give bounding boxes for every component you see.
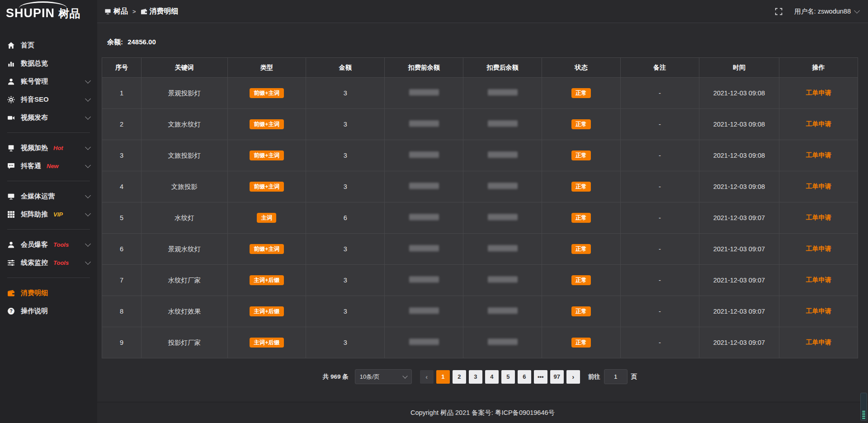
page-buttons: ‹123456•••97› <box>420 370 580 384</box>
sidebar-item-douketong[interactable]: 抖客通New <box>0 157 97 175</box>
redacted-balance <box>409 183 439 189</box>
type-badge: 前缀+主词 <box>250 119 283 130</box>
sidebar-item-label: 线索监控 <box>21 258 48 267</box>
cell-post-balance <box>463 202 542 234</box>
column-header: 时间 <box>699 58 779 78</box>
cell-action: 工单申请 <box>779 140 858 171</box>
cell-post-balance <box>463 78 542 109</box>
chevron-down-icon <box>85 78 91 84</box>
page-button-5[interactable]: 5 <box>501 370 515 384</box>
ticket-apply-link[interactable]: 工单申请 <box>806 151 831 159</box>
status-badge: 正常 <box>571 338 591 348</box>
cell-remark: - <box>620 78 699 109</box>
sidebar-item-data-overview[interactable]: 数据总览 <box>0 54 97 72</box>
sidebar-item-member-burst[interactable]: 会员爆客Tools <box>0 235 97 254</box>
next-page-button[interactable]: › <box>566 370 580 384</box>
cell-status: 正常 <box>542 234 621 265</box>
cell-remark: - <box>620 109 699 140</box>
cell-time: 2021-12-03 09:07 <box>699 234 779 265</box>
column-header: 关键词 <box>141 58 227 78</box>
sidebar-item-label: 矩阵助推 <box>21 210 48 219</box>
page-button-3[interactable]: 3 <box>469 370 482 384</box>
page-button-97[interactable]: 97 <box>550 370 564 384</box>
cell-pre-balance <box>385 202 463 234</box>
cell-status: 正常 <box>542 78 621 109</box>
prev-page-button[interactable]: ‹ <box>420 370 434 384</box>
user-menu[interactable]: 用户名: zswodun88 <box>794 7 859 16</box>
balance-line: 余额: 24856.00 <box>107 38 858 47</box>
sidebar-item-media-operation[interactable]: 全媒体运营 <box>0 187 97 205</box>
chevron-down-icon <box>85 193 91 198</box>
sidebar-item-clue-monitor[interactable]: 线索监控Tools <box>0 254 97 272</box>
page-size-select[interactable]: 10条/页 <box>355 369 412 384</box>
sidebar-item-video-heat[interactable]: 视频加热Hot <box>0 139 97 157</box>
corner-widget[interactable] <box>860 393 867 421</box>
status-badge: 正常 <box>571 119 591 130</box>
cell-remark: - <box>620 234 699 265</box>
ticket-apply-link[interactable]: 工单申请 <box>806 183 831 190</box>
column-header: 类型 <box>227 58 306 78</box>
cell-action: 工单申请 <box>779 202 858 234</box>
sidebar-item-matrix-boost[interactable]: 矩阵助推VIP <box>0 205 97 223</box>
sidebar-item-home[interactable]: 首页 <box>0 36 97 54</box>
cell-amount: 3 <box>306 234 385 265</box>
ticket-apply-link[interactable]: 工单申请 <box>806 120 831 127</box>
sidebar-item-operation-guide[interactable]: ?操作说明 <box>0 302 97 320</box>
breadcrumb: 树品 > 消费明细 <box>104 7 179 16</box>
sidebar-item-consume-detail[interactable]: 消费明细 <box>0 284 97 302</box>
goto-page-input[interactable] <box>604 369 627 384</box>
ticket-apply-link[interactable]: 工单申请 <box>806 245 831 252</box>
cell-post-balance <box>463 109 542 140</box>
cell-amount: 3 <box>306 78 385 109</box>
page-button-4[interactable]: 4 <box>485 370 499 384</box>
ticket-apply-link[interactable]: 工单申请 <box>806 307 831 315</box>
table-row: 1景观投影灯前缀+主词3正常-2021-12-03 09:08工单申请 <box>102 78 858 109</box>
page-button-1[interactable]: 1 <box>436 370 450 384</box>
user-icon <box>7 241 15 249</box>
cell-index: 9 <box>102 327 142 358</box>
redacted-balance <box>488 307 518 314</box>
goto-page: 前往 页 <box>588 369 637 384</box>
page-button-6[interactable]: 6 <box>518 370 531 384</box>
ticket-apply-link[interactable]: 工单申请 <box>806 89 831 96</box>
cell-action: 工单申请 <box>779 265 858 296</box>
table-row: 4文旅投影前缀+主词3正常-2021-12-03 09:08工单申请 <box>102 171 858 202</box>
breadcrumb-item-root[interactable]: 树品 <box>113 7 128 16</box>
column-header: 扣费后余额 <box>463 58 542 78</box>
video-icon <box>7 114 15 122</box>
ticket-apply-link[interactable]: 工单申请 <box>806 214 831 221</box>
ticket-apply-link[interactable]: 工单申请 <box>806 338 831 346</box>
question-icon: ? <box>7 307 15 315</box>
table-row: 5水纹灯主词6正常-2021-12-03 09:07工单申请 <box>102 202 858 234</box>
nav-badge: Tools <box>53 259 69 266</box>
balance-label: 余额: <box>107 38 123 46</box>
status-badge: 正常 <box>571 150 591 161</box>
goto-unit: 页 <box>631 373 637 381</box>
type-badge: 前缀+主词 <box>250 182 283 192</box>
cell-keyword: 文旅水纹灯 <box>141 109 227 140</box>
cell-status: 正常 <box>542 140 621 171</box>
type-badge: 前缀+主词 <box>250 88 283 99</box>
cell-amount: 3 <box>306 171 385 202</box>
gear-icon <box>7 96 15 103</box>
sidebar-item-video-publish[interactable]: 视频发布 <box>0 108 97 127</box>
fullscreen-icon[interactable] <box>775 8 783 15</box>
type-badge: 主词 <box>257 213 276 223</box>
sidebar-item-douyin-seo[interactable]: 抖音SEO <box>0 90 97 108</box>
cell-time: 2021-12-03 09:07 <box>699 202 779 234</box>
content: 余额: 24856.00 序号关键词类型金额扣费前余额扣费后余额状态备注时间操作… <box>97 23 868 402</box>
screen-icon <box>104 8 111 15</box>
redacted-balance <box>488 338 518 345</box>
chevron-down-icon <box>854 8 860 14</box>
cell-type: 前缀+主词 <box>227 109 306 140</box>
cell-status: 正常 <box>542 171 621 202</box>
redacted-balance <box>409 151 439 158</box>
ticket-apply-link[interactable]: 工单申请 <box>806 276 831 283</box>
page-ellipsis-button[interactable]: ••• <box>534 370 547 384</box>
nav-badge: New <box>47 163 59 169</box>
page-button-2[interactable]: 2 <box>453 370 466 384</box>
status-badge: 正常 <box>571 275 591 286</box>
sidebar-item-account-manage[interactable]: 账号管理 <box>0 72 97 90</box>
cell-status: 正常 <box>542 202 621 234</box>
cell-pre-balance <box>385 140 463 171</box>
